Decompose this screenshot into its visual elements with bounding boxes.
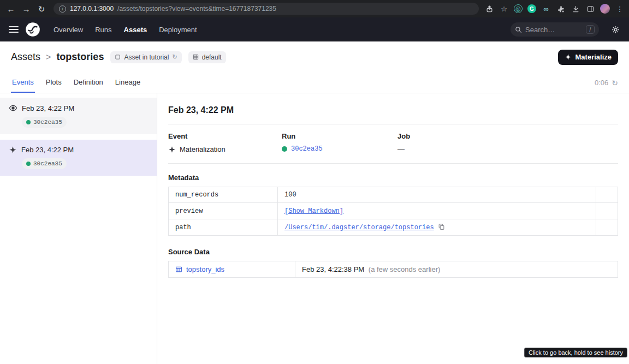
breadcrumb-assets-link[interactable]: Assets: [11, 51, 40, 63]
tag-refresh-icon[interactable]: ↻: [172, 53, 177, 61]
share-icon[interactable]: [484, 4, 494, 14]
metadata-action-cell: [596, 187, 618, 203]
tab-events[interactable]: Events: [11, 73, 35, 93]
browser-menu-icon[interactable]: ⋮: [615, 4, 625, 14]
menu-icon[interactable]: [9, 26, 19, 33]
search-box[interactable]: /: [511, 22, 599, 37]
browser-profile-avatar[interactable]: [600, 4, 610, 14]
refresh-icon[interactable]: ↻: [612, 79, 618, 87]
materialization-sparkle-icon: [9, 146, 17, 154]
run-tag[interactable]: 30c2ea35: [22, 117, 67, 128]
event-time: Feb 23, 4:22 PM: [21, 146, 74, 154]
asset-group-tag-label: default: [202, 53, 222, 61]
search-shortcut-badge: /: [586, 25, 595, 34]
asset-page-header: Assets > topstories Asset in tutorial ↻ …: [0, 41, 629, 73]
settings-gear-icon[interactable]: [611, 25, 620, 34]
refresh-timer: 0:06 ↻: [595, 73, 618, 93]
extension-loom-icon[interactable]: ∞: [541, 4, 551, 14]
asset-tutorial-tag[interactable]: Asset in tutorial ↻: [110, 51, 181, 63]
run-id-link[interactable]: 30c2ea35: [291, 145, 323, 153]
browser-forward-button[interactable]: →: [20, 5, 33, 13]
table-row: num_records 100: [169, 187, 618, 203]
search-input[interactable]: [525, 26, 583, 34]
source-asset-time: Feb 23, 4:22:38 PM: [302, 265, 364, 273]
tab-lineage[interactable]: Lineage: [114, 73, 141, 93]
event-list-item-materialization[interactable]: Feb 23, 4:22 PM 30c2ea35: [0, 140, 157, 176]
source-data-table: topstory_ids Feb 23, 4:22:38 PM (a few s…: [168, 261, 618, 278]
extensions-puzzle-icon[interactable]: [556, 4, 566, 14]
site-info-icon[interactable]: i: [59, 5, 66, 13]
search-icon: [515, 26, 522, 33]
materialize-button[interactable]: Materialize: [558, 50, 618, 65]
run-column-label: Run: [282, 132, 397, 140]
refresh-countdown: 0:06: [595, 79, 608, 87]
side-panel-icon[interactable]: [585, 4, 595, 14]
materialization-sparkle-icon: [168, 146, 176, 153]
extension-at-icon[interactable]: @: [514, 4, 523, 13]
job-value: —: [397, 145, 405, 153]
event-time: Feb 23, 4:22 PM: [22, 104, 74, 112]
bookmark-star-icon[interactable]: ☆: [499, 4, 509, 14]
tab-plots[interactable]: Plots: [45, 73, 63, 93]
metadata-key: num_records: [169, 187, 278, 203]
extension-grammarly-icon[interactable]: G: [527, 4, 536, 13]
downloads-icon[interactable]: [571, 4, 580, 14]
primary-nav: Overview Runs Assets Deployment: [54, 26, 197, 34]
asset-tutorial-tag-label: Asset in tutorial: [124, 53, 169, 61]
nav-item-runs[interactable]: Runs: [95, 26, 111, 34]
tab-definition[interactable]: Definition: [73, 73, 104, 93]
metadata-value: 100: [278, 187, 596, 203]
job-column: Job —: [397, 132, 618, 153]
event-type-value: Materialization: [180, 145, 226, 153]
asset-box-icon: [115, 54, 121, 60]
event-detail-title: Feb 23, 4:22 PM: [168, 105, 618, 115]
metadata-section-title: Metadata: [168, 174, 618, 182]
table-row: path /Users/tim/.dagster/storage/topstor…: [169, 219, 618, 236]
run-status-dot: [282, 146, 287, 152]
url-path: /assets/topstories?view=events&time=1677…: [117, 5, 276, 13]
browser-reload-button[interactable]: ↻: [35, 5, 48, 13]
url-host: 127.0.0.1:3000: [70, 5, 114, 13]
run-column: Run 30c2ea35: [282, 132, 397, 153]
run-status-dot: [26, 120, 31, 124]
page-title: topstories: [56, 51, 104, 63]
event-list-item-observation[interactable]: Feb 23, 4:22 PM 30c2ea35: [0, 98, 157, 134]
browser-back-tooltip: Click to go back, hold to see history: [524, 348, 627, 357]
app-nav: Overview Runs Assets Deployment /: [0, 17, 629, 41]
table-row: topstory_ids Feb 23, 4:22:38 PM (a few s…: [169, 261, 618, 278]
job-column-label: Job: [397, 132, 618, 140]
run-id: 30c2ea35: [33, 119, 62, 126]
event-list-sidebar: Feb 23, 4:22 PM 30c2ea35 Feb 23, 4:22 PM…: [0, 93, 157, 364]
metadata-key: path: [169, 219, 278, 236]
copy-path-icon[interactable]: [438, 223, 445, 230]
show-markdown-link[interactable]: [Show Markdown]: [284, 207, 343, 215]
metadata-key: preview: [169, 203, 278, 219]
event-detail-panel: Feb 23, 4:22 PM Event Materialization Ru…: [157, 93, 629, 364]
browser-chrome: ← → ↻ i 127.0.0.1:3000/assets/topstories…: [0, 0, 629, 17]
run-status-dot: [26, 162, 31, 166]
observation-eye-icon: [9, 104, 17, 112]
run-id: 30c2ea35: [33, 160, 62, 167]
browser-back-button[interactable]: ←: [4, 5, 17, 13]
metadata-table: num_records 100 preview [Show Markdown] …: [168, 187, 618, 236]
dagster-logo: [25, 22, 40, 37]
event-summary-row: Event Materialization Run 30c2ea35 Job —: [168, 124, 618, 163]
metadata-action-cell: [596, 219, 618, 236]
content-area: Feb 23, 4:22 PM 30c2ea35 Feb 23, 4:22 PM…: [0, 93, 629, 364]
asset-table-icon: [175, 266, 182, 273]
path-link[interactable]: /Users/tim/.dagster/storage/topstories: [284, 224, 434, 231]
nav-item-overview[interactable]: Overview: [54, 26, 83, 34]
asset-group-tag[interactable]: default: [188, 51, 226, 63]
breadcrumb-separator: >: [46, 52, 51, 62]
nav-item-deployment[interactable]: Deployment: [159, 26, 197, 34]
source-asset-time-note: (a few seconds earlier): [369, 265, 441, 273]
metadata-action-cell: [596, 203, 618, 219]
browser-address-bar[interactable]: i 127.0.0.1:3000/assets/topstories?view=…: [54, 3, 479, 15]
materialize-button-label: Materialize: [575, 53, 612, 61]
nav-item-assets[interactable]: Assets: [124, 26, 147, 34]
sparkle-icon: [565, 53, 572, 61]
divider: [168, 163, 618, 164]
source-asset-link[interactable]: topstory_ids: [186, 265, 224, 273]
run-tag[interactable]: 30c2ea35: [22, 158, 67, 169]
event-column: Event Materialization: [168, 132, 282, 153]
